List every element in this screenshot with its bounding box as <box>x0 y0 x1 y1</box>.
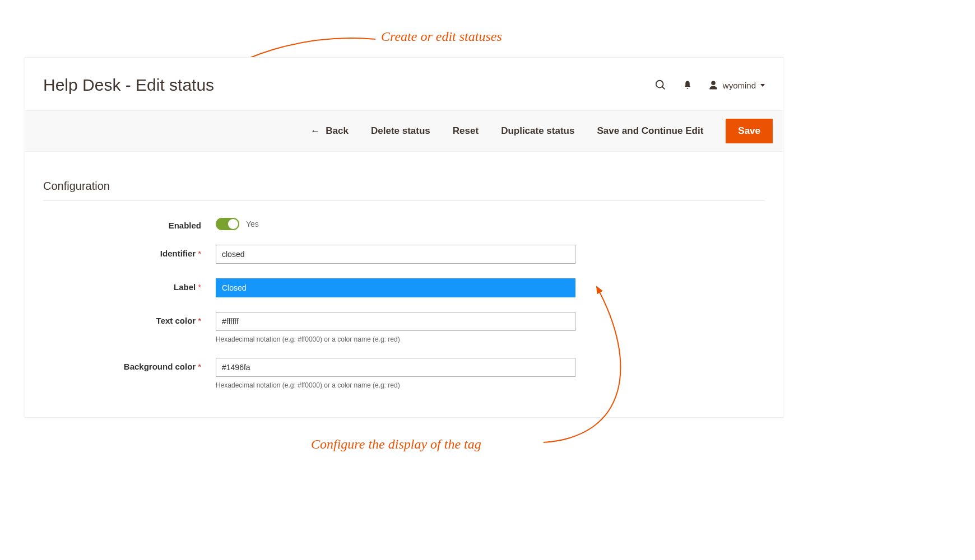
svg-line-1 <box>662 87 665 90</box>
label-row: Label* <box>43 278 765 297</box>
reset-button[interactable]: Reset <box>453 125 479 137</box>
svg-point-2 <box>711 81 716 86</box>
svg-point-0 <box>656 81 663 88</box>
user-icon <box>708 80 718 90</box>
enabled-label: Enabled <box>43 217 216 230</box>
identifier-input[interactable] <box>216 245 575 264</box>
text-color-row: Text color* Hexadecimal notation (e.g: #… <box>43 312 765 343</box>
page-header: Help Desk - Edit status wyomind <box>25 58 783 110</box>
page-title: Help Desk - Edit status <box>43 76 214 95</box>
enabled-value-text: Yes <box>246 220 259 228</box>
configuration-form: Enabled Yes Identifier* Label* <box>25 201 783 417</box>
delete-status-button[interactable]: Delete status <box>371 125 430 137</box>
back-button[interactable]: ← Back <box>310 125 349 137</box>
user-menu[interactable]: wyomind <box>708 80 765 90</box>
text-color-label: Text color* <box>43 312 216 325</box>
chevron-down-icon <box>760 84 765 87</box>
search-icon[interactable] <box>654 79 667 91</box>
section-title: Configuration <box>43 152 765 201</box>
header-tools: wyomind <box>654 79 765 91</box>
annotation-bottom-arrow <box>521 280 656 448</box>
admin-panel: Help Desk - Edit status wyomind ← Back D… <box>25 57 783 418</box>
arrow-left-icon: ← <box>310 125 320 137</box>
save-button[interactable]: Save <box>726 119 773 143</box>
annotation-bottom: Configure the display of the tag <box>311 437 481 452</box>
back-label: Back <box>326 125 349 137</box>
bg-color-row: Background color* Hexadecimal notation (… <box>43 358 765 389</box>
action-bar: ← Back Delete status Reset Duplicate sta… <box>25 110 783 152</box>
save-continue-button[interactable]: Save and Continue Edit <box>597 125 703 137</box>
identifier-label: Identifier* <box>43 245 216 258</box>
duplicate-status-button[interactable]: Duplicate status <box>501 125 574 137</box>
label-label: Label* <box>43 278 216 292</box>
annotation-top: Create or edit statuses <box>381 29 502 44</box>
enabled-row: Enabled Yes <box>43 217 765 230</box>
enabled-toggle[interactable] <box>216 218 239 230</box>
user-name: wyomind <box>723 81 756 90</box>
notifications-icon[interactable] <box>682 80 693 90</box>
identifier-row: Identifier* <box>43 245 765 264</box>
bg-color-label: Background color* <box>43 358 216 371</box>
